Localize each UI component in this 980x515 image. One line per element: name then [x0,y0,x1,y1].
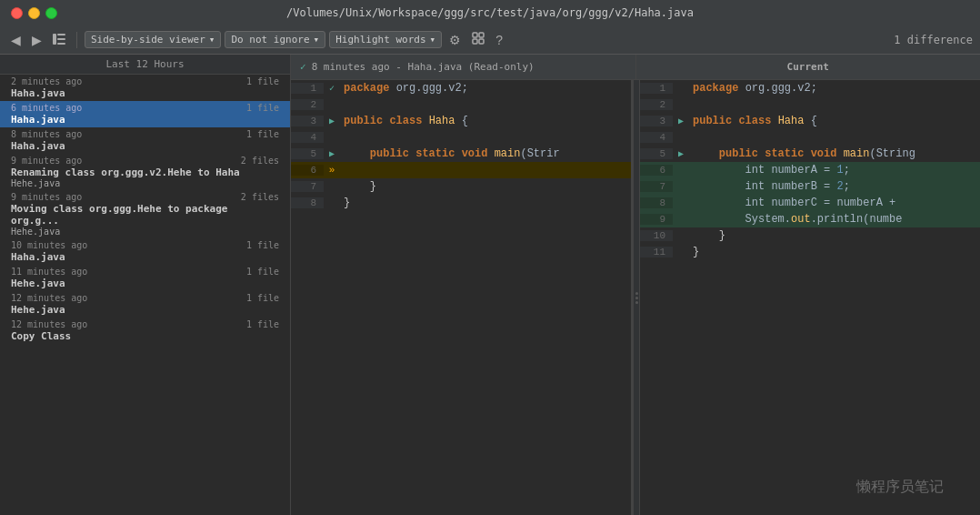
line-content: public static void main(String [689,147,980,160]
line-number: 11 [640,247,673,258]
diff-right-line-9: 9 System.out.println(numbe [640,211,980,227]
line-marker: ▶ [673,148,689,159]
diff-header-left: ✓ 8 minutes ago - Haha.java (Read-only) [291,55,636,79]
title-bar: /Volumes/Unix/Workspace/ggg/src/test/jav… [0,0,980,25]
line-content: } [340,197,631,209]
diff-right-line-5: 5 ▶ public static void main(String [640,146,980,162]
sidebar-item-meta-8: 12 minutes ago 1 file [11,319,279,329]
viewer-dropdown[interactable]: Side-by-side viewer ▾ [85,31,221,48]
sidebar-list: 2 minutes ago 1 file Haha.java 6 minutes… [0,75,290,515]
toolbar-separator-1 [76,32,77,48]
line-number: 5 [291,148,324,159]
svg-rect-6 [473,39,477,44]
diff-left-line-5: 5 ▶ public static void main(Strir [291,146,631,162]
diff-right-line-1: 1 package org.ggg.v2; [640,80,980,96]
back-button[interactable]: ◀ [7,31,25,49]
line-number: 7 [640,181,673,192]
traffic-lights [11,7,57,19]
sidebar-item-meta-0: 2 minutes ago 1 file [11,76,279,86]
sidebar-item-3[interactable]: 9 minutes ago 2 files Renaming class org… [0,154,290,190]
sidebar-item-0[interactable]: 2 minutes ago 1 file Haha.java [0,75,290,101]
line-number: 3 [291,116,324,126]
difference-count: 1 difference [894,34,973,46]
line-number: 4 [640,132,673,143]
diff-right-lines: 1 package org.ggg.v2; 2 3 [640,80,980,515]
sidebar-item-2[interactable]: 8 minutes ago 1 file Haha.java [0,127,290,154]
minimize-button[interactable] [28,7,40,19]
diff-header: ✓ 8 minutes ago - Haha.java (Read-only) … [291,55,980,80]
line-content: int numberB = 2; [689,180,980,193]
line-number: 7 [291,181,324,192]
sidebar-item-5[interactable]: 10 minutes ago 1 file Haha.java [0,238,290,265]
diff-left-line-7: 7 } [291,178,631,195]
maximize-button[interactable] [45,7,57,19]
main-content: Last 12 Hours 2 minutes ago 1 file Haha.… [0,55,980,515]
line-content: public class Haha { [689,115,980,127]
line-marker: ✓ [324,83,340,94]
line-number: 1 [640,83,673,94]
line-number: 1 [291,83,324,94]
line-marker: ▶ [324,116,340,126]
sidebar-item-1[interactable]: 6 minutes ago 1 file Haha.java [0,101,290,127]
svg-rect-2 [57,38,65,40]
line-number: 2 [291,99,324,110]
check-icon: ✓ [300,61,306,73]
line-number: 9 [640,214,673,225]
diff-right-line-6: 6 int numberA = 1; [640,162,980,178]
line-content: System.out.println(numbe [689,213,980,226]
line-marker: » [324,165,340,176]
diff-right-line-11: 11 } [640,244,980,260]
line-number: 6 [291,165,324,176]
line-content: package org.ggg.v2; [340,82,631,95]
line-content: } [340,180,631,193]
sidebar-item-8[interactable]: 12 minutes ago 1 file Copy Class [0,318,290,344]
line-content: public class Haha { [340,115,631,127]
sidebar-toggle-button[interactable] [49,31,69,49]
highlight-dropdown[interactable]: Highlight words ▾ [329,31,442,48]
ignore-dropdown[interactable]: Do not ignore ▾ [225,31,325,48]
close-button[interactable] [11,7,23,19]
diff-left-line-6: 6 » [291,162,631,178]
line-content: int numberC = numberA + [689,197,980,209]
diff-panel: ✓ 8 minutes ago - Haha.java (Read-only) … [291,55,980,515]
sidebar-item-7[interactable]: 12 minutes ago 1 file Hehe.java [0,291,290,318]
diff-wrapper: 1 ✓ package org.ggg.v2; 2 3 [291,80,980,515]
sidebar-header: Last 12 Hours [0,55,290,75]
sidebar-item-meta-2: 8 minutes ago 1 file [11,129,279,139]
diff-right-line-2: 2 [640,96,980,113]
diff-right-line-10: 10 } [640,227,980,244]
line-number: 4 [291,132,324,143]
forward-button[interactable]: ▶ [28,31,45,49]
panel-gutter [633,80,640,515]
line-number: 3 [640,116,673,126]
toolbar: ◀ ▶ Side-by-side viewer ▾ Do not ignore … [0,25,980,55]
svg-rect-4 [473,33,477,37]
sidebar-item-meta-6: 11 minutes ago 1 file [11,267,279,277]
diff-header-right: Current [636,55,981,79]
svg-rect-1 [57,34,65,35]
line-marker: ▶ [673,116,689,126]
window-title: /Volumes/Unix/Workspace/ggg/src/test/jav… [286,6,694,19]
settings-icon[interactable]: ⚙ [445,31,465,49]
line-number: 8 [291,197,324,208]
sidebar-item-4[interactable]: 9 minutes ago 2 files Moving class org.g… [0,190,290,238]
sidebar-item-meta-3: 9 minutes ago 2 files [11,156,279,166]
line-number: 8 [640,197,673,208]
line-content: } [689,229,980,242]
diff-left-line-3: 3 ▶ public class Haha { [291,113,631,129]
diff-right-line-7: 7 int numberB = 2; [640,178,980,195]
sidebar: Last 12 Hours 2 minutes ago 1 file Haha.… [0,55,291,515]
sidebar-item-meta-7: 12 minutes ago 1 file [11,293,279,303]
svg-rect-7 [479,39,484,44]
line-marker: ▶ [324,148,340,159]
diff-left-lines: 1 ✓ package org.ggg.v2; 2 3 [291,80,631,515]
diff-right-line-8: 8 int numberC = numberA + [640,195,980,211]
sidebar-item-6[interactable]: 11 minutes ago 1 file Hehe.java [0,265,290,291]
svg-rect-0 [53,34,56,45]
diff-left-line-4: 4 [291,129,631,146]
diff-content: 1 ✓ package org.ggg.v2; 2 3 [291,80,980,515]
diff-right-line-3: 3 ▶ public class Haha { [640,113,980,129]
help-button[interactable]: ? [492,31,506,49]
grid-view-button[interactable] [468,30,488,49]
sidebar-item-meta-4: 9 minutes ago 2 files [11,192,279,202]
